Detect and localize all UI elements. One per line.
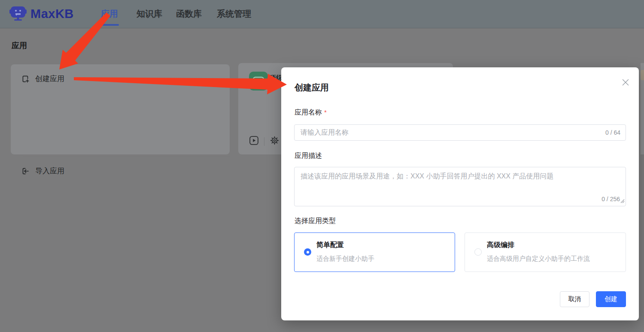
nav-item-apps[interactable]: 应用 (101, 0, 118, 27)
type-option-title: 高级编排 (487, 241, 514, 250)
create-app-modal: 创建应用 应用名称* 0 / 64 应用描述 0 / 256 选择应用类型 简单… (281, 67, 639, 320)
clipped-right-card-icon (641, 70, 644, 80)
top-navbar: MaxKB 应用 知识库 函数库 系统管理 (0, 0, 644, 28)
radio-selected-icon[interactable] (304, 248, 311, 256)
nav-item-knowledge-base[interactable]: 知识库 (137, 0, 162, 27)
app-type-label: 选择应用类型 (295, 217, 336, 226)
app-actions-card: 创建应用 导入应用 (11, 64, 230, 154)
create-button[interactable]: 创建 (596, 291, 626, 307)
type-option-advanced[interactable]: 高级编排 适合高级用户自定义小助手的工作流 (465, 232, 626, 272)
demo-play-icon[interactable] (249, 136, 259, 147)
resize-handle-icon[interactable] (620, 197, 625, 205)
name-char-counter: 0 / 64 (605, 129, 620, 136)
type-option-simple[interactable]: 简单配置 适合新手创建小助手 (294, 232, 455, 272)
divider (264, 137, 264, 146)
nav-item-function-library[interactable]: 函数库 (176, 0, 202, 27)
type-option-description: 适合新手创建小助手 (316, 255, 374, 263)
robot-logo-icon (9, 4, 27, 23)
app-name-label: 应用名称* (295, 108, 327, 117)
import-icon (21, 167, 30, 175)
type-option-description: 适合高级用户自定义小助手的工作流 (487, 255, 590, 263)
close-icon[interactable] (622, 78, 629, 86)
cancel-button[interactable]: 取消 (560, 291, 589, 307)
import-app-label: 导入应用 (35, 166, 64, 176)
radio-unselected-icon[interactable] (474, 248, 482, 256)
app-name-input[interactable] (294, 124, 626, 141)
page-title: 应用 (12, 40, 27, 51)
create-app-button[interactable]: 创建应用 (11, 65, 230, 93)
app-description-field-wrap: 0 / 256 (294, 167, 626, 206)
app-description-textarea[interactable] (294, 167, 626, 206)
app-name-field-wrap: 0 / 64 (294, 124, 626, 141)
maxkb-app-window: MaxKB 应用 知识库 函数库 系统管理 应用 创建应用 (0, 0, 644, 332)
required-asterisk: * (324, 109, 327, 116)
nav-item-system-management[interactable]: 系统管理 (217, 0, 251, 27)
description-char-counter: 0 / 256 (601, 196, 620, 202)
create-app-label: 创建应用 (35, 74, 64, 84)
import-app-button[interactable]: 导入应用 (11, 157, 230, 185)
settings-gear-icon[interactable] (270, 136, 279, 147)
file-plus-icon (21, 75, 30, 83)
active-tab-underline (100, 24, 119, 26)
logo-text: MaxKB (30, 5, 74, 22)
maxkb-logo[interactable]: MaxKB (9, 5, 74, 22)
app-card-actions (249, 136, 279, 147)
type-option-title: 简单配置 (316, 241, 344, 250)
app-description-label: 应用描述 (295, 151, 322, 160)
green-app-icon (249, 72, 268, 91)
modal-title: 创建应用 (295, 82, 329, 94)
